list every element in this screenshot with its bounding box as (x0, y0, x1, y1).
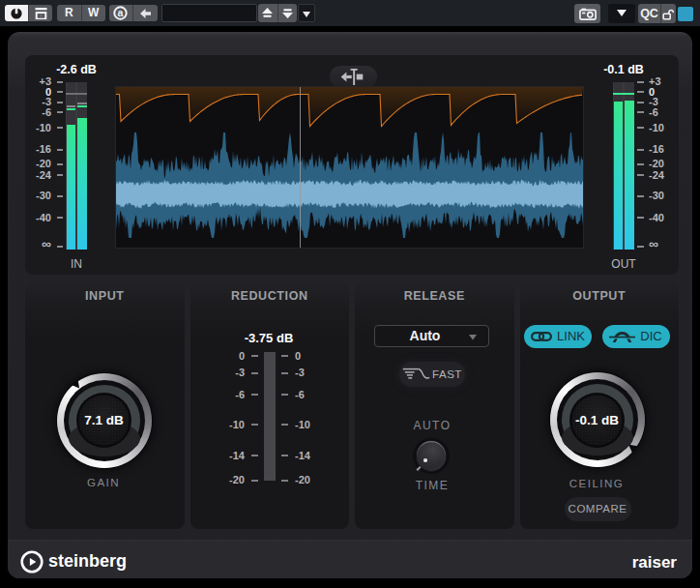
svg-text:a: a (118, 7, 124, 18)
